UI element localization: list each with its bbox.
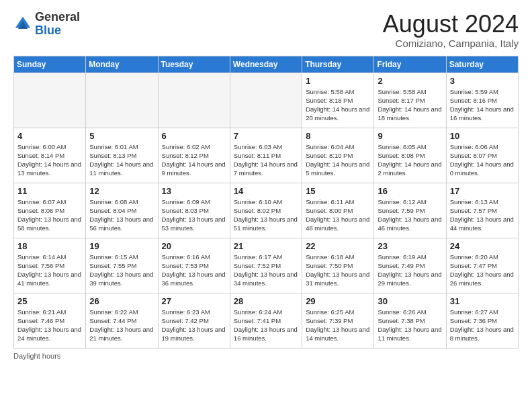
calendar-cell: 2Sunrise: 5:58 AM Sunset: 8:17 PM Daylig… — [374, 73, 446, 128]
calendar-header-friday: Friday — [374, 56, 446, 73]
calendar-cell — [158, 73, 230, 128]
cell-info: Sunrise: 6:26 AM Sunset: 7:38 PM Dayligh… — [378, 308, 442, 343]
day-number: 17 — [450, 186, 515, 196]
calendar-cell: 13Sunrise: 6:09 AM Sunset: 8:03 PM Dayli… — [158, 183, 230, 238]
calendar-header-tuesday: Tuesday — [158, 56, 230, 73]
day-number: 20 — [162, 241, 226, 251]
day-number: 13 — [162, 186, 226, 196]
month-year-title: August 2024 — [383, 11, 519, 38]
day-number: 3 — [450, 76, 515, 86]
calendar-header-wednesday: Wednesday — [230, 56, 302, 73]
day-number: 23 — [378, 241, 442, 251]
calendar-cell: 28Sunrise: 6:24 AM Sunset: 7:41 PM Dayli… — [230, 293, 302, 348]
cell-info: Sunrise: 6:17 AM Sunset: 7:52 PM Dayligh… — [234, 253, 298, 288]
cell-info: Sunrise: 6:04 AM Sunset: 8:10 PM Dayligh… — [306, 142, 370, 178]
day-number: 18 — [17, 241, 82, 251]
cell-info: Sunrise: 6:13 AM Sunset: 7:57 PM Dayligh… — [450, 197, 515, 233]
cell-info: Sunrise: 6:23 AM Sunset: 7:42 PM Dayligh… — [162, 308, 226, 343]
cell-info: Sunrise: 6:25 AM Sunset: 7:39 PM Dayligh… — [306, 308, 370, 343]
location-subtitle: Comiziano, Campania, Italy — [383, 38, 519, 49]
calendar-cell: 30Sunrise: 6:26 AM Sunset: 7:38 PM Dayli… — [374, 293, 446, 348]
cell-info: Sunrise: 6:24 AM Sunset: 7:41 PM Dayligh… — [234, 308, 298, 343]
day-number: 1 — [306, 76, 370, 86]
day-number: 15 — [306, 186, 370, 196]
calendar-week-row: 1Sunrise: 5:58 AM Sunset: 8:18 PM Daylig… — [14, 73, 519, 128]
cell-info: Sunrise: 6:08 AM Sunset: 8:04 PM Dayligh… — [89, 197, 154, 233]
cell-info: Sunrise: 5:59 AM Sunset: 8:16 PM Dayligh… — [450, 87, 515, 123]
day-number: 6 — [162, 131, 226, 141]
cell-info: Sunrise: 6:20 AM Sunset: 7:47 PM Dayligh… — [450, 253, 515, 288]
calendar-table: SundayMondayTuesdayWednesdayThursdayFrid… — [13, 56, 519, 349]
calendar-header-saturday: Saturday — [446, 56, 518, 73]
calendar-cell — [86, 73, 158, 128]
calendar-cell: 17Sunrise: 6:13 AM Sunset: 7:57 PM Dayli… — [446, 183, 518, 238]
daylight-label: Daylight hours — [13, 352, 60, 360]
cell-info: Sunrise: 6:06 AM Sunset: 8:07 PM Dayligh… — [450, 142, 515, 178]
day-number: 16 — [378, 186, 442, 196]
calendar-header-monday: Monday — [86, 56, 158, 73]
calendar-cell: 27Sunrise: 6:23 AM Sunset: 7:42 PM Dayli… — [158, 293, 230, 348]
day-number: 8 — [306, 131, 370, 141]
cell-info: Sunrise: 6:10 AM Sunset: 8:02 PM Dayligh… — [234, 197, 298, 233]
day-number: 27 — [162, 296, 226, 306]
logo-text: General Blue — [35, 11, 80, 38]
logo: General Blue — [13, 11, 80, 38]
day-number: 9 — [378, 131, 442, 141]
calendar-cell: 25Sunrise: 6:21 AM Sunset: 7:46 PM Dayli… — [14, 293, 86, 348]
calendar-cell: 23Sunrise: 6:19 AM Sunset: 7:49 PM Dayli… — [374, 238, 446, 293]
calendar-cell: 24Sunrise: 6:20 AM Sunset: 7:47 PM Dayli… — [446, 238, 518, 293]
day-number: 26 — [89, 296, 154, 306]
calendar-cell: 29Sunrise: 6:25 AM Sunset: 7:39 PM Dayli… — [302, 293, 374, 348]
calendar-cell: 15Sunrise: 6:11 AM Sunset: 8:00 PM Dayli… — [302, 183, 374, 238]
calendar-cell: 9Sunrise: 6:05 AM Sunset: 8:08 PM Daylig… — [374, 128, 446, 183]
cell-info: Sunrise: 6:11 AM Sunset: 8:00 PM Dayligh… — [306, 197, 370, 233]
title-area: August 2024 Comiziano, Campania, Italy — [383, 11, 519, 49]
day-number: 24 — [450, 241, 515, 251]
cell-info: Sunrise: 5:58 AM Sunset: 8:18 PM Dayligh… — [306, 87, 370, 123]
calendar-header-sunday: Sunday — [14, 56, 86, 73]
logo-icon — [13, 15, 32, 34]
day-number: 21 — [234, 241, 298, 251]
cell-info: Sunrise: 6:03 AM Sunset: 8:11 PM Dayligh… — [234, 142, 298, 178]
calendar-cell — [230, 73, 302, 128]
day-number: 11 — [17, 186, 82, 196]
page: General Blue August 2024 Comiziano, Camp… — [0, 0, 532, 367]
cell-info: Sunrise: 6:07 AM Sunset: 8:06 PM Dayligh… — [17, 197, 82, 233]
calendar-week-row: 25Sunrise: 6:21 AM Sunset: 7:46 PM Dayli… — [14, 293, 519, 348]
cell-info: Sunrise: 6:09 AM Sunset: 8:03 PM Dayligh… — [162, 197, 226, 233]
day-number: 19 — [89, 241, 154, 251]
cell-info: Sunrise: 6:05 AM Sunset: 8:08 PM Dayligh… — [378, 142, 442, 178]
cell-info: Sunrise: 6:21 AM Sunset: 7:46 PM Dayligh… — [17, 308, 82, 343]
cell-info: Sunrise: 6:12 AM Sunset: 7:59 PM Dayligh… — [378, 197, 442, 233]
calendar-cell: 8Sunrise: 6:04 AM Sunset: 8:10 PM Daylig… — [302, 128, 374, 183]
cell-info: Sunrise: 5:58 AM Sunset: 8:17 PM Dayligh… — [378, 87, 442, 123]
calendar-cell: 26Sunrise: 6:22 AM Sunset: 7:44 PM Dayli… — [86, 293, 158, 348]
day-number: 2 — [378, 76, 442, 86]
cell-info: Sunrise: 6:00 AM Sunset: 8:14 PM Dayligh… — [17, 142, 82, 178]
day-number: 25 — [17, 296, 82, 306]
calendar-cell: 14Sunrise: 6:10 AM Sunset: 8:02 PM Dayli… — [230, 183, 302, 238]
cell-info: Sunrise: 6:19 AM Sunset: 7:49 PM Dayligh… — [378, 253, 442, 288]
cell-info: Sunrise: 6:16 AM Sunset: 7:53 PM Dayligh… — [162, 253, 226, 288]
day-number: 29 — [306, 296, 370, 306]
calendar-cell: 5Sunrise: 6:01 AM Sunset: 8:13 PM Daylig… — [86, 128, 158, 183]
day-number: 22 — [306, 241, 370, 251]
calendar-cell: 21Sunrise: 6:17 AM Sunset: 7:52 PM Dayli… — [230, 238, 302, 293]
header: General Blue August 2024 Comiziano, Camp… — [13, 11, 519, 49]
day-number: 5 — [89, 131, 154, 141]
cell-info: Sunrise: 6:22 AM Sunset: 7:44 PM Dayligh… — [89, 308, 154, 343]
calendar-cell: 10Sunrise: 6:06 AM Sunset: 8:07 PM Dayli… — [446, 128, 518, 183]
logo-blue-text: Blue — [35, 24, 80, 38]
calendar-week-row: 18Sunrise: 6:14 AM Sunset: 7:56 PM Dayli… — [14, 238, 519, 293]
calendar-cell — [14, 73, 86, 128]
day-number: 28 — [234, 296, 298, 306]
cell-info: Sunrise: 6:18 AM Sunset: 7:50 PM Dayligh… — [306, 253, 370, 288]
day-number: 30 — [378, 296, 442, 306]
calendar-cell: 18Sunrise: 6:14 AM Sunset: 7:56 PM Dayli… — [14, 238, 86, 293]
calendar-cell: 20Sunrise: 6:16 AM Sunset: 7:53 PM Dayli… — [158, 238, 230, 293]
calendar-cell: 4Sunrise: 6:00 AM Sunset: 8:14 PM Daylig… — [14, 128, 86, 183]
calendar-cell: 11Sunrise: 6:07 AM Sunset: 8:06 PM Dayli… — [14, 183, 86, 238]
calendar-cell: 6Sunrise: 6:02 AM Sunset: 8:12 PM Daylig… — [158, 128, 230, 183]
day-number: 4 — [17, 131, 82, 141]
logo-general-text: General — [35, 11, 80, 24]
